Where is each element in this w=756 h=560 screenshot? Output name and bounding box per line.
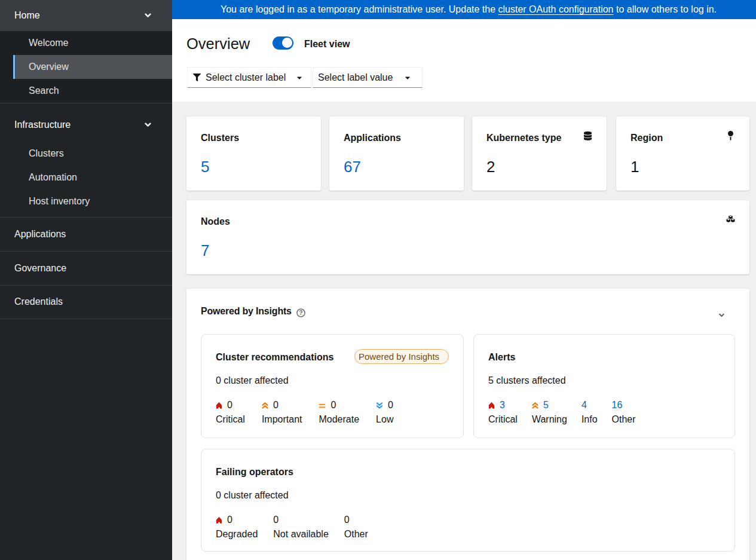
svg-text:?: ? [299,310,302,316]
